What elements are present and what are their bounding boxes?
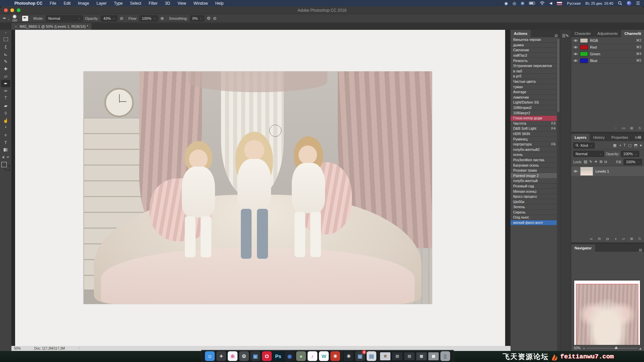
volume-icon[interactable]: ◀ (549, 1, 552, 5)
action-vert2-1080[interactable]: 1080верт2 (511, 110, 557, 116)
document-canvas[interactable]: 飞天资源论坛 feitianwu7.com (15, 30, 505, 346)
action-rozovaya-trava[interactable]: Розовая трава (511, 168, 557, 173)
dock-launchpad[interactable]: ✦ (216, 351, 226, 361)
layer-style-fx-icon[interactable]: fx (597, 237, 602, 241)
clone-stamp-tool[interactable]: ⍑ (1, 95, 10, 102)
brush-preset-icon[interactable]: ✒ ⌄ (3, 16, 10, 21)
dock-green-mascot-app[interactable]: ● (296, 351, 306, 361)
add-layer-mask-icon[interactable]: ◘ (605, 237, 610, 241)
save-selection-icon[interactable]: ▭ (621, 126, 626, 130)
navigator-thumbnail[interactable] (574, 281, 640, 351)
action-glaza-kolor-dodzh[interactable]: Глаза колор додж (511, 116, 557, 121)
tab-actions[interactable]: Actions (511, 30, 531, 37)
load-selection-icon[interactable]: ◌ (613, 126, 618, 130)
new-channel-icon[interactable]: ⊞ (629, 126, 634, 130)
color-swatches[interactable] (1, 162, 10, 171)
channel-blue[interactable]: Blue ⌘5 (571, 57, 644, 64)
action-siren[interactable]: Сирень (511, 210, 557, 215)
filter-adjustment-layers-icon[interactable]: ◑ (619, 143, 621, 147)
menu-file[interactable]: File (46, 0, 60, 6)
dock-minimized-settings-window[interactable]: ▦ (416, 352, 427, 360)
action-tuman[interactable]: туман (511, 84, 557, 89)
toolbar-collapse-icon[interactable]: » (5, 31, 6, 34)
tab-layers[interactable]: Layers (571, 134, 590, 141)
blend-mode-select[interactable]: Normal ⌄ (46, 15, 83, 21)
delete-channel-icon[interactable]: ⍉ (637, 126, 642, 130)
dock-dock-separator-1[interactable] (342, 351, 342, 361)
slider-thumb[interactable] (614, 346, 618, 349)
dock-photoshop[interactable]: Ps (273, 351, 283, 361)
menu-view[interactable]: View (174, 0, 190, 6)
visibility-eye-icon[interactable] (573, 46, 578, 49)
action-portretura[interactable]: портретура F6 (511, 142, 557, 147)
layer-opacity-select[interactable]: 100% ⌄ (621, 151, 639, 157)
box-sync-icon[interactable]: ▣ (521, 1, 524, 5)
dock-camera-utility[interactable]: ▣ 3 (355, 351, 365, 361)
lock-transparency-icon[interactable]: ▨ (584, 160, 587, 164)
action-db-soft-light[interactable]: D&B Soft Light F4 (511, 126, 557, 131)
siri-icon[interactable] (627, 1, 631, 5)
menu-filter[interactable]: Filter (145, 0, 161, 6)
document-tab[interactable]: × IMG_9660-1 @ 50% (Levels 1, RGB/16) * (11, 23, 92, 30)
filter-type-layers-icon[interactable]: T (624, 143, 626, 147)
action-svechenie[interactable]: Свечение (511, 48, 557, 53)
layer-filter-kind-select[interactable]: Kind ⌄ (573, 142, 595, 148)
notification-center-icon[interactable]: ☰ (636, 1, 640, 6)
panel-menu-icon[interactable]: ▤ (553, 34, 560, 37)
smoothing-options-gear-icon[interactable]: ⚙ (207, 16, 211, 21)
filter-pixel-layers-icon[interactable]: ▦ (613, 143, 616, 147)
dock-minimized-window-1[interactable]: ▤ (392, 352, 402, 360)
foreground-color-swatch[interactable] (1, 162, 7, 167)
menu-image[interactable]: Image (74, 0, 93, 6)
dock-shutter-app[interactable]: ✳ (344, 351, 354, 361)
dock-blue-swirl-app[interactable]: ◉ (285, 351, 294, 361)
navigator-zoom-slider[interactable]: ▴ ▴ (583, 346, 641, 351)
spot-healing-tool[interactable]: ▱ (1, 72, 10, 80)
layer-blend-mode-select[interactable]: Normal ⌄ (573, 151, 604, 157)
dock-camera-display[interactable]: ▣ (251, 351, 260, 361)
menu-3d[interactable]: 3D (161, 0, 174, 6)
channel-rgb[interactable]: RGB ⌘2 (571, 37, 644, 44)
tab-properties[interactable]: Properties (608, 134, 632, 141)
actions-scrollbar[interactable] (557, 37, 560, 351)
new-adjustment-layer-icon[interactable]: ◑ (613, 237, 618, 241)
brush-tool[interactable]: ✒ (1, 80, 10, 87)
tab-navigator[interactable]: Navigator (571, 244, 595, 252)
doc-size-readout[interactable]: Doc: 117,3M/117,3M (34, 347, 65, 350)
menu-help[interactable]: Help (212, 0, 227, 6)
brush-size-picker[interactable]: 250 (12, 14, 17, 22)
action-golubo-zheltyj[interactable]: голубо-желтый (511, 178, 557, 184)
action-bagrovaya-osen[interactable]: Багровая осень (511, 163, 557, 168)
close-tab-icon[interactable]: × (15, 24, 17, 28)
battery-icon[interactable] (529, 2, 535, 5)
menu-layer[interactable]: Layer (93, 0, 110, 6)
action-shebbi[interactable]: Шебби (511, 199, 557, 204)
panel-menu-icon[interactable]: ▤ (636, 135, 643, 139)
dodge-tool[interactable]: ⌽ (1, 131, 10, 139)
blur-tool[interactable]: ❛ (1, 124, 10, 131)
delete-layer-icon[interactable]: ⍉ (637, 237, 642, 241)
menu-clock[interactable]: Вт, 25 дек. 16:40 (585, 1, 613, 5)
action-rumyanec[interactable]: Румянец (511, 136, 557, 142)
layer-thumbnail[interactable] (580, 167, 593, 176)
record-icon[interactable]: ◉ (504, 1, 507, 6)
layer-fill-select[interactable]: 100% ⌄ (624, 159, 642, 165)
crop-tool[interactable]: ⊾ (1, 50, 10, 58)
action-old-nyus[interactable]: Олд ньюс (511, 215, 557, 220)
menu-select[interactable]: Select (126, 0, 145, 6)
filter-shape-layers-icon[interactable]: ▢ (628, 143, 632, 147)
action-ustranenie-peresvetov[interactable]: Устранение пересветов (511, 63, 557, 69)
toggle-brush-panel-icon[interactable] (22, 16, 28, 21)
zoom-out-mountains-icon[interactable]: ▴ (583, 347, 585, 350)
eyedropper-tool[interactable]: ✎ (1, 58, 10, 65)
lock-artboard-icon[interactable]: ⊞ (599, 160, 602, 164)
new-group-icon[interactable]: ▱ (621, 237, 626, 241)
dock-finder[interactable]: ☺ (205, 351, 215, 361)
action-chistye-cveta[interactable]: Чистые цвета (511, 79, 557, 84)
dock-trash[interactable]: ▯ (440, 351, 450, 361)
creative-cloud-icon[interactable]: ◎ (513, 1, 516, 6)
menu-photoshop-cc[interactable]: Photoshop CC (11, 0, 46, 6)
navigator-view-box[interactable] (576, 284, 638, 351)
dock-document-stack[interactable]: ≣ (380, 352, 390, 360)
dock-red-shutter-app[interactable]: ✳ (330, 351, 340, 361)
